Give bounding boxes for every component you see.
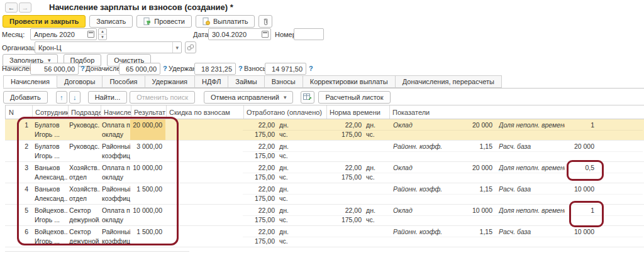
accrual-cell[interactable]: Районныйкоэффици... (100, 226, 130, 247)
employee-cell[interactable]: Войцехов...Игорь ... (31, 205, 67, 225)
row-number-cell[interactable]: 2 (5, 141, 31, 161)
additionally-accrued-input[interactable]: 65 000,00 (119, 63, 160, 75)
date-input[interactable]: 30.04.2020 (208, 28, 271, 40)
accrual-cell[interactable]: Районныйкоэффици... (100, 141, 130, 161)
worked-time-cell[interactable]: 22,00дн.175,00чс. (243, 226, 326, 247)
tab-ндфл[interactable]: НДФЛ (195, 75, 228, 88)
accrued-help-icon[interactable]: ? (80, 65, 85, 72)
tab-пособия[interactable]: Пособия (103, 75, 145, 88)
accrual-cell[interactable]: Оплата поокладу (100, 162, 130, 183)
calendar-icon[interactable] (87, 31, 94, 38)
payslip-button[interactable]: Расчетный листок (318, 91, 390, 104)
department-cell[interactable]: Руководс... (67, 141, 100, 161)
header-n[interactable]: N (6, 105, 32, 119)
department-cell[interactable]: Руководс... (67, 119, 100, 140)
find-button[interactable]: Найти... (88, 91, 128, 104)
worked-time-cell[interactable]: 22,00дн.175,00чс. (243, 119, 326, 140)
chevron-down-icon[interactable]: ▾ (172, 42, 181, 53)
month-stepper[interactable]: ▲▼ (98, 28, 107, 40)
norm-time-cell[interactable] (326, 141, 389, 161)
contributions-help-icon[interactable]: ? (309, 65, 313, 72)
move-down-icon[interactable]: ↓ (69, 91, 80, 104)
header-worked[interactable]: Отработано (оплачено) (243, 105, 326, 119)
header-accrual[interactable]: Начисление (101, 105, 131, 119)
cancel-search-button[interactable]: Отменить поиск (130, 91, 195, 104)
row-number-cell[interactable]: 4 (5, 183, 31, 204)
tab-займы[interactable]: Займы (228, 75, 264, 88)
department-cell[interactable]: Сектордежурной... (67, 205, 100, 225)
contributions-total-input[interactable]: 14 971,50 (265, 63, 306, 75)
discount-cell[interactable] (165, 205, 243, 225)
norm-time-cell[interactable] (326, 183, 389, 204)
discount-cell[interactable] (165, 226, 243, 247)
header-norm[interactable]: Норма времени (326, 105, 389, 119)
norm-time-cell[interactable]: 22,00дн.175,00чс. (326, 162, 389, 183)
additionally-accrued-help-icon[interactable]: ? (163, 65, 167, 72)
indicators-cell[interactable]: Оклад20 000Доля неполн. времени1 (389, 119, 644, 140)
back-arrow-button[interactable]: ← (5, 3, 18, 13)
worked-time-cell[interactable]: 22,00дн.175,00чс. (243, 141, 326, 161)
tab-доначисления-перерасчеты[interactable]: Доначисления, перерасчеты (396, 75, 502, 88)
discount-cell[interactable] (165, 162, 243, 183)
result-cell[interactable]: 10 000,00 (130, 162, 165, 183)
calendar-icon[interactable] (262, 31, 269, 38)
tab-взносы[interactable]: Взносы (265, 75, 303, 88)
table-row[interactable]: 4ВаньковАлександ...Хозяйств...отделРайон… (5, 183, 644, 205)
header-department[interactable]: Подразде... (68, 105, 101, 119)
table-settings-button[interactable] (301, 91, 314, 104)
norm-time-cell[interactable] (326, 226, 389, 247)
discount-cell[interactable] (165, 141, 243, 161)
table-row[interactable]: 1БулатовИгорь ...Руководс...Оплата поокл… (5, 119, 644, 141)
discount-cell[interactable] (165, 119, 243, 140)
header-indicators[interactable]: Показатели (389, 105, 644, 119)
result-cell[interactable]: 20 000,00 (130, 119, 165, 140)
norm-time-cell[interactable]: 22,00дн.175,00чс. (326, 119, 389, 140)
move-up-icon[interactable]: ↑ (56, 91, 67, 104)
department-cell[interactable]: Хозяйств...отдел (67, 162, 100, 183)
tab-корректировки-выплаты[interactable]: Корректировки выплаты (303, 75, 396, 88)
accrual-cell[interactable]: Районныйкоэффици... (100, 183, 130, 204)
employee-cell[interactable]: Войцехов...Игорь ... (31, 226, 67, 247)
save-button[interactable]: Записать (89, 15, 133, 28)
norm-time-cell[interactable]: 22,00дн.175,00чс. (326, 205, 389, 225)
employee-cell[interactable]: ВаньковАлександ... (31, 162, 67, 183)
employee-cell[interactable]: БулатовИгорь ... (31, 141, 67, 161)
row-number-cell[interactable]: 5 (5, 205, 31, 225)
row-number-cell[interactable]: 3 (5, 162, 31, 183)
number-input[interactable] (294, 28, 324, 40)
tab-договоры[interactable]: Договоры (57, 75, 103, 88)
accrual-cell[interactable]: Оплата поокладу (100, 119, 130, 140)
result-cell[interactable]: 10 000,00 (130, 205, 165, 225)
discount-cell[interactable] (165, 183, 243, 204)
header-result[interactable]: Результат (131, 105, 166, 119)
result-cell[interactable]: 1 500,00 (130, 226, 165, 247)
post-and-close-button[interactable]: Провести и закрыть (3, 15, 86, 28)
accrual-cell[interactable]: Оплата поокладу (100, 205, 130, 225)
post-button[interactable]: Провести (136, 15, 192, 28)
table-row[interactable]: 3ВаньковАлександ...Хозяйств...отделОплат… (5, 162, 644, 183)
row-number-cell[interactable]: 6 (5, 226, 31, 247)
forward-arrow-button[interactable]: → (19, 3, 31, 13)
indicators-cell[interactable]: Районн. коэфф.1,15Расч. база10 000 (389, 183, 644, 204)
attachments-button[interactable] (258, 15, 272, 28)
worked-time-cell[interactable]: 22,00дн.175,00чс. (243, 183, 326, 204)
worked-time-cell[interactable]: 22,00дн.175,00чс. (243, 205, 326, 225)
withheld-total-input[interactable]: 18 231,25 (194, 63, 236, 75)
table-row[interactable]: 2БулатовИгорь ...Руководс...Районныйкоэф… (5, 141, 644, 162)
department-cell[interactable]: Сектордежурной... (67, 226, 100, 247)
tab-удержания[interactable]: Удержания (145, 75, 195, 88)
accrued-total-input[interactable]: 56 000,00 (30, 63, 79, 75)
header-employee[interactable]: Сотрудник (32, 105, 68, 119)
indicators-cell[interactable]: Оклад10 000Доля неполн. времени1 (389, 205, 644, 225)
month-input[interactable]: Апрель 2020 (30, 28, 97, 40)
result-cell[interactable]: 1 500,00 (130, 183, 165, 204)
withheld-help-icon[interactable]: ? (238, 65, 243, 72)
row-number-cell[interactable]: 1 (5, 119, 31, 140)
header-discount[interactable]: Скидка по взносам (166, 105, 243, 119)
indicators-cell[interactable]: Районн. коэфф.1,15Расч. база10 000 (389, 226, 644, 247)
pay-button[interactable]: Выплатить (196, 15, 255, 28)
cancel-corrections-button[interactable]: Отмена исправлений▾ (204, 91, 293, 104)
table-row[interactable]: 5Войцехов...Игорь ...Сектордежурной...Оп… (5, 205, 644, 226)
employee-cell[interactable]: ВаньковАлександ... (31, 183, 67, 204)
open-link-button[interactable] (185, 41, 196, 53)
